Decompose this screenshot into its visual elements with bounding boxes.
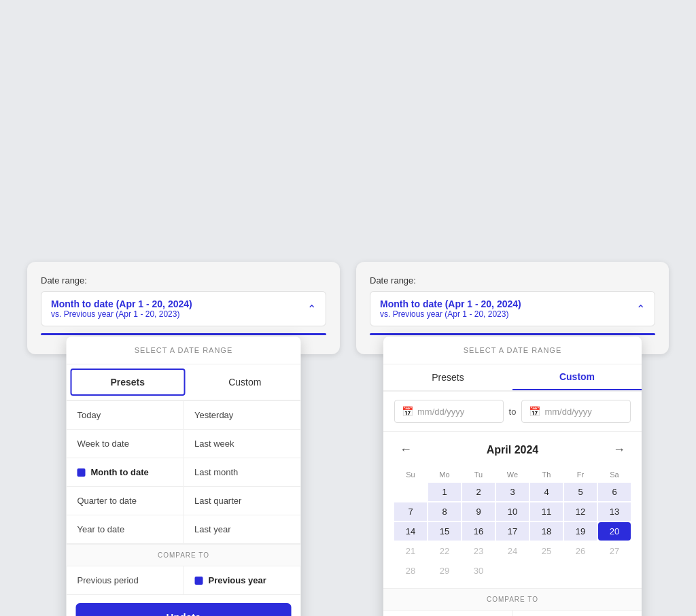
cal-empty-4: [564, 562, 597, 580]
cal-day-9[interactable]: 9: [462, 502, 495, 521]
left-dropdown: SELECT A DATE RANGE Presets Custom Today…: [67, 337, 301, 616]
right-compare-previous-period[interactable]: Previous period: [383, 611, 513, 616]
preset-last-month[interactable]: Last month: [184, 458, 301, 487]
cal-empty-1: [394, 483, 427, 501]
cal-day-1[interactable]: 1: [428, 483, 461, 501]
right-compare-previous-year[interactable]: Previous year: [513, 611, 642, 616]
left-compare-previous-year[interactable]: Previous year: [184, 566, 301, 594]
cal-day-30: 30: [462, 562, 495, 580]
cal-header-tu: Tu: [462, 468, 495, 481]
cal-header-we: We: [496, 468, 529, 481]
cal-day-2[interactable]: 2: [462, 483, 495, 501]
left-selector-secondary: vs. Previous year (Apr 1 - 20, 2023): [51, 309, 192, 319]
right-blue-line: [370, 333, 655, 335]
cal-day-21: 21: [394, 542, 427, 560]
cal-header-sa: Sa: [598, 468, 631, 481]
cal-day-20[interactable]: 20: [598, 522, 631, 541]
left-panel: Date range: Month to date (Apr 1 - 20, 2…: [27, 262, 340, 354]
cal-empty-5: [598, 562, 631, 580]
cal-empty-2: [496, 562, 529, 580]
right-panel: Date range: Month to date (Apr 1 - 20, 2…: [356, 262, 669, 354]
right-tab-custom[interactable]: Custom: [512, 364, 642, 390]
right-calendar: ← April 2024 → Su Mo Tu We Th Fr Sa 1 2 …: [383, 432, 642, 589]
cal-day-12[interactable]: 12: [564, 502, 597, 521]
right-compare-row: Previous period Previous year: [383, 611, 642, 616]
preset-last-quarter[interactable]: Last quarter: [184, 487, 301, 515]
left-date-range-label: Date range:: [41, 275, 326, 286]
cal-day-8[interactable]: 8: [428, 502, 461, 521]
left-chevron-up-icon: ⌃: [307, 303, 316, 315]
preset-last-year[interactable]: Last year: [184, 515, 301, 544]
right-date-inputs: 📅 mm/dd/yyyy to 📅 mm/dd/yyyy: [383, 392, 642, 432]
cal-day-24: 24: [496, 542, 529, 560]
left-selector-primary: Month to date (Apr 1 - 20, 2024): [51, 298, 192, 309]
cal-day-19[interactable]: 19: [564, 522, 597, 541]
right-selector-primary: Month to date (Apr 1 - 20, 2024): [380, 298, 521, 309]
left-tab-row: Presets Custom: [67, 364, 301, 401]
cal-day-6[interactable]: 6: [598, 483, 631, 501]
preset-week-to-date[interactable]: Week to date: [67, 430, 184, 458]
left-tab-presets[interactable]: Presets: [71, 369, 186, 396]
cal-header-su: Su: [394, 468, 427, 481]
cal-day-17[interactable]: 17: [496, 522, 529, 541]
cal-day-14[interactable]: 14: [394, 522, 427, 541]
calendar-prev-arrow[interactable]: ←: [394, 440, 417, 460]
cal-day-7[interactable]: 7: [394, 502, 427, 521]
cal-day-16[interactable]: 16: [462, 522, 495, 541]
cal-header-fr: Fr: [564, 468, 597, 481]
cal-day-15[interactable]: 15: [428, 522, 461, 541]
to-label: to: [509, 407, 517, 417]
left-presets-grid: Today Yesterday Week to date Last week M…: [67, 401, 301, 545]
cal-day-29: 29: [428, 562, 461, 580]
left-date-range-selector[interactable]: Month to date (Apr 1 - 20, 2024) vs. Pre…: [41, 291, 326, 326]
cal-day-5[interactable]: 5: [564, 483, 597, 501]
cal-day-28: 28: [394, 562, 427, 580]
right-compare-to-header: COMPARE TO: [383, 589, 642, 611]
left-dropdown-header: SELECT A DATE RANGE: [67, 337, 301, 364]
cal-header-th: Th: [530, 468, 563, 481]
left-tab-custom[interactable]: Custom: [189, 364, 301, 400]
preset-month-to-date[interactable]: Month to date: [67, 458, 184, 487]
preset-last-week[interactable]: Last week: [184, 430, 301, 458]
cal-day-26: 26: [564, 542, 597, 560]
cal-day-11[interactable]: 11: [530, 502, 563, 521]
preset-year-to-date[interactable]: Year to date: [67, 515, 184, 544]
date-from-placeholder: mm/dd/yyyy: [417, 407, 464, 417]
cal-day-4[interactable]: 4: [530, 483, 563, 501]
cal-header-mo: Mo: [428, 468, 461, 481]
calendar-grid: Su Mo Tu We Th Fr Sa 1 2 3 4 5 6 7 8 9 1…: [394, 468, 631, 580]
calendar-title: April 2024: [487, 444, 538, 456]
right-date-range-selector[interactable]: Month to date (Apr 1 - 20, 2024) vs. Pre…: [370, 291, 655, 326]
right-selector-secondary: vs. Previous year (Apr 1 - 20, 2023): [380, 309, 521, 319]
cal-day-13[interactable]: 13: [598, 502, 631, 521]
right-tab-row: Presets Custom: [383, 364, 642, 392]
calendar-nav: ← April 2024 →: [394, 440, 631, 460]
cal-day-23: 23: [462, 542, 495, 560]
left-update-button[interactable]: Update: [76, 603, 292, 616]
left-compare-to-header: COMPARE TO: [67, 545, 301, 566]
calendar-next-arrow[interactable]: →: [608, 440, 631, 460]
calendar-from-icon: 📅: [402, 406, 413, 417]
cal-empty-3: [530, 562, 563, 580]
right-date-range-label: Date range:: [370, 275, 655, 286]
right-dropdown-header: SELECT A DATE RANGE: [383, 337, 642, 364]
cal-day-10[interactable]: 10: [496, 502, 529, 521]
cal-day-25: 25: [530, 542, 563, 560]
right-dropdown: SELECT A DATE RANGE Presets Custom 📅 mm/…: [383, 337, 642, 616]
calendar-to-icon: 📅: [529, 406, 540, 417]
right-date-to[interactable]: 📅 mm/dd/yyyy: [521, 400, 631, 423]
date-to-placeholder: mm/dd/yyyy: [544, 407, 591, 417]
left-compare-selected-dot: [195, 577, 203, 585]
preset-quarter-to-date[interactable]: Quarter to date: [67, 487, 184, 515]
left-compare-previous-period[interactable]: Previous period: [67, 566, 184, 594]
preset-today[interactable]: Today: [67, 401, 184, 430]
left-compare-row: Previous period Previous year: [67, 566, 301, 595]
right-tab-presets[interactable]: Presets: [383, 364, 512, 390]
right-chevron-up-icon: ⌃: [636, 303, 645, 315]
preset-yesterday[interactable]: Yesterday: [184, 401, 301, 430]
right-date-from[interactable]: 📅 mm/dd/yyyy: [394, 400, 504, 423]
cal-day-18[interactable]: 18: [530, 522, 563, 541]
cal-day-27: 27: [598, 542, 631, 560]
cal-day-22: 22: [428, 542, 461, 560]
cal-day-3[interactable]: 3: [496, 483, 529, 501]
